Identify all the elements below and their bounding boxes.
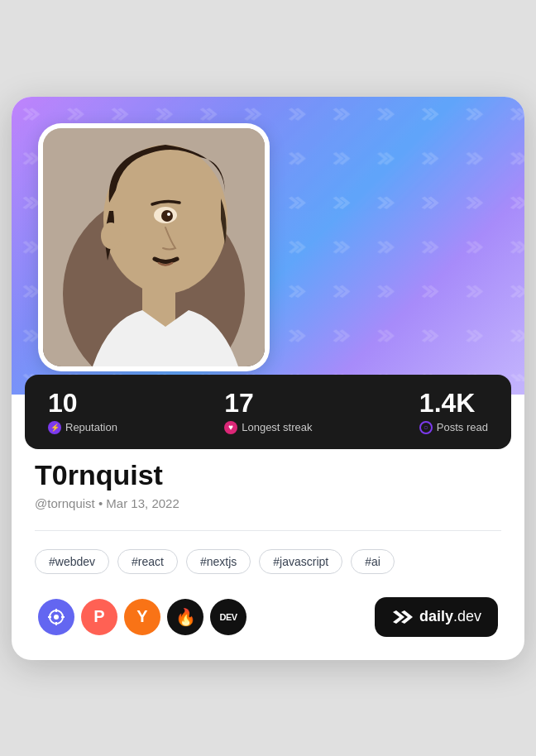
streak-label: ♥ Longest streak <box>224 421 312 434</box>
tag-javascript[interactable]: #javascript <box>259 549 342 574</box>
card-header <box>12 97 524 395</box>
tags-container: #webdev #react #nextjs #javascript #ai <box>35 549 501 574</box>
brand-logo-icon <box>391 605 414 629</box>
divider <box>35 530 501 531</box>
user-handle: @tornquist <box>35 496 95 510</box>
username: T0rnquist <box>35 459 501 491</box>
source-hackernews-icon[interactable]: Y <box>124 599 160 635</box>
card-body: T0rnquist @tornquist • Mar 13, 2022 #web… <box>12 459 524 660</box>
source-crosshair-icon[interactable] <box>38 599 74 635</box>
posts-icon: ○ <box>419 421 433 434</box>
source-producthunt-icon[interactable]: P <box>81 599 117 635</box>
brand-badge: daily.dev <box>375 597 498 637</box>
join-date: Mar 13, 2022 <box>106 496 179 510</box>
stat-reputation: 10 ⚡ Reputation <box>48 390 117 434</box>
streak-icon: ♥ <box>224 421 237 434</box>
stat-posts: 1.4K ○ Posts read <box>419 390 488 434</box>
svg-point-4 <box>101 222 121 249</box>
tag-ai[interactable]: #ai <box>351 549 395 574</box>
tag-nextjs[interactable]: #nextjs <box>186 549 251 574</box>
svg-point-10 <box>54 615 59 620</box>
brand-name: daily.dev <box>419 608 481 625</box>
source-icons: P Y 🔥 DEV <box>38 599 246 635</box>
stats-bar: 10 ⚡ Reputation 17 ♥ Longest streak 1.4K… <box>25 375 511 449</box>
posts-label: ○ Posts read <box>419 421 488 434</box>
reputation-label: ⚡ Reputation <box>48 421 117 434</box>
avatar <box>43 128 265 366</box>
tag-webdev[interactable]: #webdev <box>35 549 109 574</box>
svg-point-7 <box>167 213 170 216</box>
svg-point-6 <box>161 210 173 222</box>
meta-separator: • <box>98 496 106 510</box>
posts-value: 1.4K <box>419 390 488 416</box>
reputation-icon: ⚡ <box>48 421 61 434</box>
user-meta: @tornquist • Mar 13, 2022 <box>35 496 501 510</box>
stat-streak: 17 ♥ Longest streak <box>224 390 312 434</box>
source-hashnode-icon[interactable]: 🔥 <box>167 599 203 635</box>
card-footer: P Y 🔥 DEV daily.dev <box>35 597 501 640</box>
profile-card: 10 ⚡ Reputation 17 ♥ Longest streak 1.4K… <box>12 97 524 660</box>
streak-value: 17 <box>224 390 312 416</box>
source-devto-icon[interactable]: DEV <box>210 599 246 635</box>
brand-logo: daily.dev <box>391 605 481 629</box>
tag-react[interactable]: #react <box>117 549 178 574</box>
reputation-value: 10 <box>48 390 117 416</box>
avatar-wrapper <box>38 123 270 371</box>
